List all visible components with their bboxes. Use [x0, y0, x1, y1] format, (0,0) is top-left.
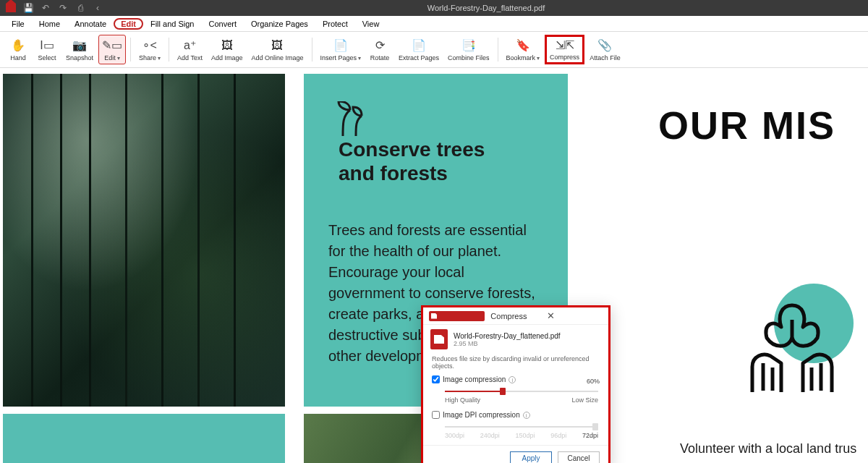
- app-icon: [429, 311, 485, 321]
- info-icon[interactable]: i: [523, 412, 530, 419]
- image-compression-label: Image compression: [443, 375, 506, 383]
- redo-icon[interactable]: ↷: [58, 3, 68, 13]
- dpi-tick: 240dpi: [480, 432, 500, 439]
- save-icon[interactable]: 💾: [23, 3, 33, 13]
- doc-heading: Conserve trees and forests: [339, 137, 519, 185]
- insert-pages-icon: 📄: [333, 38, 348, 53]
- dialog-title: Compress: [490, 312, 546, 320]
- attach-icon: 📎: [597, 38, 612, 53]
- tool-add-image[interactable]: 🖼Add Image: [208, 35, 247, 64]
- home-icon[interactable]: [6, 4, 16, 12]
- separator: [169, 38, 169, 61]
- tool-snapshot[interactable]: 📷Snapshot: [62, 35, 97, 64]
- edit-icon: ✎▭: [105, 38, 119, 53]
- dialog-description: Reduces file size by discarding invalid …: [423, 354, 608, 374]
- tool-bookmark[interactable]: 🔖Bookmark: [503, 35, 544, 64]
- bookmark-icon: 🔖: [516, 38, 530, 53]
- add-image-icon: 🖼: [220, 38, 234, 53]
- doc-mission-heading: OUR MIS: [658, 103, 854, 148]
- image-compression-checkbox[interactable]: [432, 375, 440, 383]
- tool-label: Extract Pages: [399, 54, 439, 61]
- cancel-button[interactable]: Cancel: [558, 451, 600, 463]
- tool-hand[interactable]: ✋Hand: [4, 35, 32, 64]
- image-compression-row: Image compression i: [423, 374, 608, 385]
- rotate-icon: ⟳: [373, 38, 387, 53]
- combine-files-icon: 📑: [461, 38, 476, 53]
- separator: [498, 38, 498, 61]
- titlebar: 💾 ↶ ↷ ⎙ ‹ World-Forestry-Day_flattened.p…: [0, 0, 868, 16]
- menu-fill-sign[interactable]: Fill and Sign: [143, 18, 202, 30]
- separator: [312, 38, 312, 61]
- tool-label: Share: [139, 54, 161, 61]
- window-title: World-Forestry-Day_flattened.pdf: [110, 4, 862, 12]
- document-canvas[interactable]: Conserve trees and forests Trees and for…: [0, 68, 868, 463]
- print-icon[interactable]: ⎙: [75, 3, 85, 13]
- hands-leaf-icon: [738, 298, 846, 392]
- apply-button[interactable]: Apply: [510, 451, 552, 463]
- menubar: File Home Annotate Edit Fill and Sign Co…: [0, 16, 868, 32]
- dpi-compression-checkbox[interactable]: [432, 411, 440, 419]
- tool-add-text[interactable]: a⁺Add Text: [174, 35, 206, 64]
- menu-home[interactable]: Home: [32, 18, 67, 30]
- tool-label: Insert Pages: [320, 54, 362, 61]
- doc-panel-mission: OUR MIS Volunteer with a local land trus: [593, 74, 868, 463]
- tool-label: Snapshot: [66, 54, 93, 61]
- share-nodes-icon: ∘<: [142, 38, 157, 53]
- file-name: World-Forestry-Day_flattened.pdf: [454, 332, 561, 340]
- tool-label: Hand: [10, 54, 26, 61]
- camera-icon: 📷: [72, 38, 87, 53]
- dpi-compression-slider[interactable]: [445, 422, 598, 432]
- tool-insert-pages[interactable]: 📄Insert Pages: [317, 35, 365, 64]
- doc-block-teal: [3, 414, 285, 463]
- tool-label: Select: [38, 54, 56, 61]
- tool-share[interactable]: ∘<Share: [135, 35, 164, 64]
- toolbar: ✋Hand I▭Select 📷Snapshot ✎▭Edit ∘<Share …: [0, 32, 868, 68]
- menu-protect[interactable]: Protect: [315, 18, 355, 30]
- tool-extract-pages[interactable]: 📄Extract Pages: [395, 35, 443, 64]
- dpi-compression-row: Image DPI compression i: [423, 409, 608, 420]
- tool-label: Compress: [550, 54, 579, 61]
- tool-select[interactable]: I▭Select: [33, 35, 61, 64]
- tool-rotate[interactable]: ⟳Rotate: [366, 35, 393, 64]
- tool-label: Add Text: [177, 54, 203, 61]
- close-icon[interactable]: ✕: [547, 310, 603, 321]
- menu-annotate[interactable]: Annotate: [67, 18, 114, 30]
- menu-edit[interactable]: Edit: [114, 18, 143, 30]
- tool-label: Bookmark: [506, 54, 540, 61]
- sprout-icon: [328, 101, 372, 137]
- menu-file[interactable]: File: [4, 18, 32, 30]
- menu-convert[interactable]: Convert: [201, 18, 244, 30]
- dpi-tick: 150dpi: [515, 432, 535, 439]
- share-icon[interactable]: ‹: [93, 3, 103, 13]
- tool-add-online-image[interactable]: 🖼Add Online Image: [247, 35, 307, 64]
- tool-edit[interactable]: ✎▭Edit: [98, 35, 126, 64]
- slider-right-label: Low Size: [571, 396, 598, 404]
- pdf-file-icon: [430, 329, 448, 349]
- dpi-tick: 300dpi: [445, 432, 464, 439]
- info-icon[interactable]: i: [509, 376, 516, 383]
- dialog-titlebar: Compress ✕: [423, 307, 608, 325]
- dpi-tick: 96dpi: [550, 432, 566, 439]
- add-text-icon: a⁺: [182, 38, 197, 53]
- tool-attach-file[interactable]: 📎Attach File: [586, 35, 624, 64]
- compress-dialog: Compress ✕ World-Forestry-Day_flattened.…: [421, 305, 610, 463]
- tool-label: Edit: [104, 54, 120, 61]
- slider-left-label: High Quality: [445, 396, 480, 404]
- dpi-tick: 72dpi: [582, 432, 598, 439]
- undo-icon[interactable]: ↶: [41, 3, 51, 13]
- cursor-icon: I▭: [40, 38, 54, 53]
- hand-icon: ✋: [11, 38, 25, 53]
- dpi-compression-label: Image DPI compression: [443, 411, 520, 419]
- doc-caption: Volunteer with a local land trus: [680, 441, 856, 456]
- compress-icon: ⇲⇱: [558, 38, 572, 52]
- tool-label: Attach File: [590, 54, 621, 61]
- add-online-image-icon: 🖼: [270, 38, 284, 53]
- tool-label: Add Online Image: [251, 54, 303, 61]
- tool-compress[interactable]: ⇲⇱Compress: [545, 35, 584, 64]
- image-compression-slider[interactable]: 60%: [445, 386, 598, 396]
- tool-combine-files[interactable]: 📑Combine Files: [444, 35, 493, 64]
- slider-value: 60%: [587, 378, 600, 385]
- menu-view[interactable]: View: [355, 18, 387, 30]
- menu-organize[interactable]: Organize Pages: [244, 18, 315, 30]
- dialog-footer: Apply Cancel: [423, 445, 608, 463]
